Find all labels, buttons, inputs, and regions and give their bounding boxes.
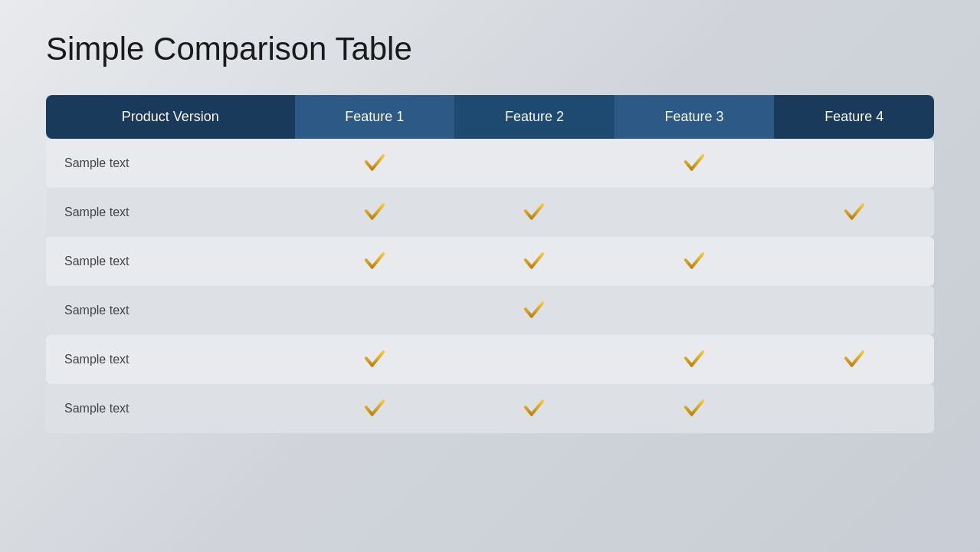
checkmark-icon — [522, 297, 546, 321]
check-cell-r2-c1 — [454, 237, 615, 286]
check-cell-r4-c1 — [454, 335, 615, 384]
check-cell-r5-c3 — [774, 384, 934, 433]
check-cell-r1-c0 — [295, 188, 455, 237]
checkmark-icon — [522, 248, 546, 272]
check-cell-r2-c0 — [295, 237, 455, 286]
header-product-version: Product Version — [46, 95, 295, 139]
checkmark-icon — [362, 199, 387, 223]
table-row: Sample text — [46, 188, 934, 237]
table-row: Sample text — [46, 335, 934, 384]
checkmark-icon — [362, 346, 387, 370]
checkmark-icon — [362, 150, 387, 174]
check-cell-r0-c0 — [295, 139, 455, 188]
header-feature2: Feature 2 — [454, 95, 615, 139]
check-cell-r4-c3 — [774, 335, 934, 384]
check-cell-r5-c2 — [615, 384, 775, 433]
check-cell-r2-c2 — [615, 237, 775, 286]
row-label: Sample text — [46, 237, 295, 286]
checkmark-icon — [522, 199, 546, 223]
checkmark-icon — [682, 395, 706, 419]
check-cell-r1-c3 — [774, 188, 934, 237]
check-cell-r3-c0 — [295, 286, 455, 335]
check-cell-r4-c0 — [295, 335, 455, 384]
header-feature1: Feature 1 — [295, 95, 455, 139]
row-label: Sample text — [46, 188, 295, 237]
check-cell-r5-c1 — [454, 384, 615, 433]
check-cell-r0-c2 — [615, 139, 775, 188]
table-row: Sample text — [46, 139, 934, 188]
header-feature3: Feature 3 — [615, 95, 775, 139]
comparison-table: Product Version Feature 1 Feature 2 Feat… — [46, 95, 934, 433]
row-label: Sample text — [46, 139, 295, 188]
table-row: Sample text — [46, 384, 934, 433]
checkmark-icon — [682, 248, 706, 272]
checkmark-icon — [362, 395, 387, 419]
table-row: Sample text — [46, 286, 934, 335]
checkmark-icon — [522, 395, 546, 419]
row-label: Sample text — [46, 384, 295, 433]
check-cell-r0-c1 — [454, 139, 615, 188]
checkmark-icon — [362, 248, 387, 272]
row-label: Sample text — [46, 286, 295, 335]
checkmark-icon — [682, 150, 706, 174]
check-cell-r4-c2 — [615, 335, 775, 384]
checkmark-icon — [682, 346, 706, 370]
table-row: Sample text — [46, 237, 934, 286]
check-cell-r1-c1 — [454, 188, 615, 237]
row-label: Sample text — [46, 335, 295, 384]
check-cell-r0-c3 — [774, 139, 934, 188]
checkmark-icon — [842, 346, 867, 370]
check-cell-r2-c3 — [774, 237, 934, 286]
checkmark-icon — [842, 199, 867, 223]
check-cell-r3-c2 — [615, 286, 775, 335]
header-feature4: Feature 4 — [774, 95, 934, 139]
check-cell-r1-c2 — [615, 188, 775, 237]
check-cell-r3-c3 — [774, 286, 934, 335]
page-title: Simple Comparison Table — [46, 31, 934, 67]
check-cell-r3-c1 — [454, 286, 615, 335]
check-cell-r5-c0 — [295, 384, 455, 433]
